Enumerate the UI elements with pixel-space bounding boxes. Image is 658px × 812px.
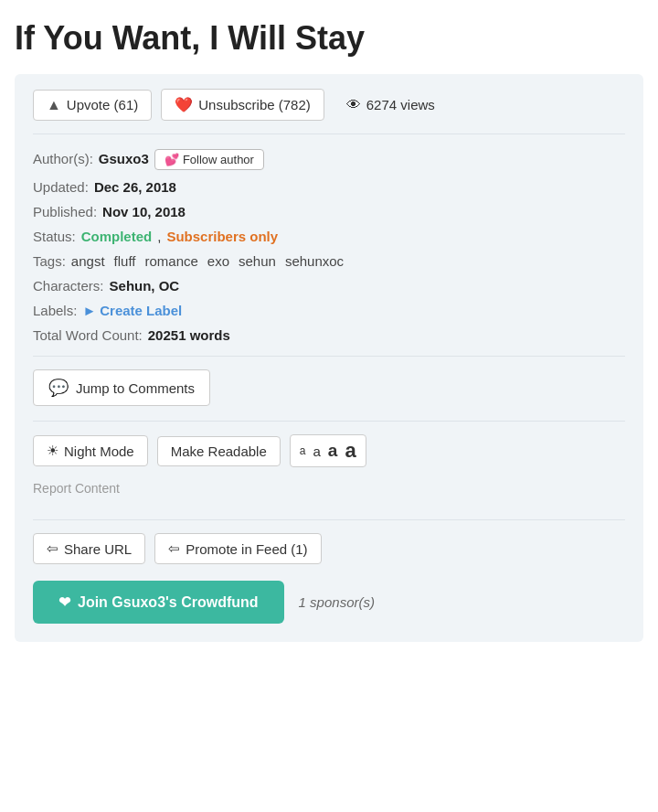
- page-title: If You Want, I Will Stay: [15, 18, 643, 58]
- updated-label: Updated:: [33, 179, 89, 195]
- crowdfund-label: Join Gsuxo3's Crowdfund: [78, 594, 259, 611]
- follow-author-button[interactable]: 💕 Follow author: [154, 149, 264, 170]
- report-section: Report Content: [33, 480, 625, 507]
- tag-sehun[interactable]: sehun: [239, 253, 276, 269]
- share-url-label: Share URL: [64, 541, 132, 557]
- promote-icon: ⇦: [168, 540, 180, 557]
- promote-label: Promote in Feed (1): [186, 541, 307, 557]
- tags-label: Tags:: [33, 253, 66, 269]
- characters-label: Characters:: [33, 278, 104, 294]
- tag-romance[interactable]: romance: [144, 253, 197, 269]
- tag-sehunxoc[interactable]: sehunxoc: [285, 253, 344, 269]
- tools-row: ☀ Night Mode Make Readable a a a a: [33, 434, 625, 467]
- tag-fluff[interactable]: fluff: [114, 253, 136, 269]
- labels-row: Labels: ► Create Label: [33, 303, 625, 318]
- upvote-icon: ▲: [47, 97, 61, 113]
- crowdfund-heart-icon: ❤: [58, 593, 70, 611]
- author-label: Author(s):: [33, 151, 93, 166]
- published-row: Published: Nov 10, 2018: [33, 204, 625, 219]
- meta-table: Author(s): Gsuxo3 💕 Follow author Update…: [33, 149, 625, 343]
- updated-row: Updated: Dec 26, 2018: [33, 179, 625, 195]
- comments-icon: 💬: [48, 378, 69, 398]
- labels-label: Labels:: [33, 303, 77, 318]
- status-separator: ,: [157, 229, 161, 244]
- upvote-label: Upvote (61): [67, 97, 138, 112]
- divider-1: [33, 356, 625, 357]
- sun-icon: ☀: [47, 443, 58, 459]
- font-size-xlarge[interactable]: a: [345, 439, 356, 463]
- share-url-icon: ⇦: [47, 540, 58, 557]
- upvote-button[interactable]: ▲ Upvote (61): [33, 90, 152, 121]
- characters-row: Characters: Sehun, OC: [33, 278, 625, 294]
- crowdfund-row: ❤ Join Gsuxo3's Crowdfund 1 sponsor(s): [33, 581, 625, 624]
- unsubscribe-label: Unsubscribe (782): [198, 97, 311, 112]
- sponsor-text: 1 sponsor(s): [299, 594, 375, 610]
- share-url-button[interactable]: ⇦ Share URL: [33, 533, 145, 564]
- divider-2: [33, 421, 625, 422]
- views-label: 6274 views: [366, 97, 435, 112]
- jump-label: Jump to Comments: [76, 380, 195, 396]
- jump-to-comments-button[interactable]: 💬 Jump to Comments: [33, 369, 210, 406]
- night-mode-label: Night Mode: [64, 443, 134, 459]
- tag-exo[interactable]: exo: [207, 253, 229, 269]
- jump-section: 💬 Jump to Comments: [33, 369, 625, 406]
- night-mode-button[interactable]: ☀ Night Mode: [33, 435, 148, 466]
- views-display: 👁 6274 views: [334, 91, 448, 120]
- action-bar: ▲ Upvote (61) ❤️ Unsubscribe (782) 👁 627…: [33, 89, 625, 134]
- font-size-large[interactable]: a: [328, 441, 338, 461]
- eye-icon: 👁: [346, 97, 361, 113]
- published-label: Published:: [33, 204, 97, 219]
- status-completed: Completed: [81, 229, 153, 244]
- author-row: Author(s): Gsuxo3 💕 Follow author: [33, 149, 625, 170]
- create-label-text: Create Label: [100, 303, 182, 318]
- follow-icon: 💕: [164, 153, 179, 166]
- status-row: Status: Completed , Subscribers only: [33, 229, 625, 244]
- status-label: Status:: [33, 229, 76, 244]
- report-content-link[interactable]: Report Content: [33, 481, 120, 496]
- font-size-selector: a a a a: [290, 434, 366, 467]
- divider-3: [33, 519, 625, 520]
- published-value: Nov 10, 2018: [102, 204, 186, 219]
- word-count-label: Total Word Count:: [33, 327, 143, 343]
- make-readable-button[interactable]: Make Readable: [157, 436, 281, 466]
- status-subscribers: Subscribers only: [166, 229, 278, 244]
- promote-button[interactable]: ⇦ Promote in Feed (1): [154, 533, 321, 564]
- unsubscribe-button[interactable]: ❤️ Unsubscribe (782): [161, 89, 324, 121]
- follow-label: Follow author: [183, 153, 254, 166]
- crowdfund-button[interactable]: ❤ Join Gsuxo3's Crowdfund: [33, 581, 284, 624]
- create-label-button[interactable]: ► Create Label: [82, 303, 182, 318]
- create-label-arrow-icon: ►: [82, 303, 96, 318]
- word-count-value: 20251 words: [148, 327, 230, 343]
- tags-row: Tags: angst fluff romance exo sehun sehu…: [33, 253, 625, 269]
- font-size-medium[interactable]: a: [313, 443, 320, 459]
- heart-icon: ❤️: [175, 96, 193, 113]
- author-name: Gsuxo3: [99, 151, 149, 166]
- characters-value: Sehun, OC: [110, 278, 180, 294]
- updated-value: Dec 26, 2018: [94, 179, 176, 195]
- tag-angst[interactable]: angst: [71, 253, 105, 269]
- share-row: ⇦ Share URL ⇦ Promote in Feed (1): [33, 533, 625, 564]
- word-count-row: Total Word Count: 20251 words: [33, 327, 625, 343]
- info-card: ▲ Upvote (61) ❤️ Unsubscribe (782) 👁 627…: [15, 74, 643, 642]
- make-readable-label: Make Readable: [171, 443, 267, 459]
- font-size-small[interactable]: a: [300, 444, 306, 457]
